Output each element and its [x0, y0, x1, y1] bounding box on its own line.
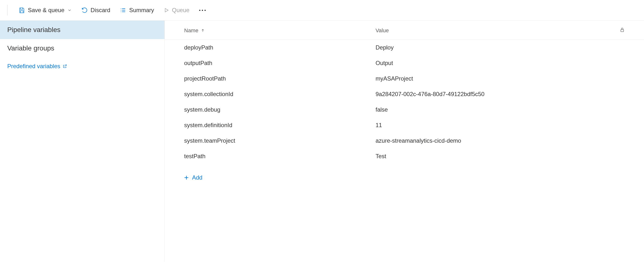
- variable-value: 9a284207-002c-476a-80d7-49122bdf5c50: [376, 91, 624, 98]
- chevron-down-icon: [67, 8, 72, 12]
- table-header: Name Value: [165, 21, 644, 40]
- summary-button[interactable]: Summary: [120, 7, 154, 14]
- variable-value: 11: [376, 122, 624, 129]
- save-queue-button[interactable]: Save & queue: [19, 7, 72, 14]
- external-link-icon: [63, 64, 67, 68]
- column-name-label: Name: [184, 28, 198, 34]
- play-icon: [164, 8, 169, 13]
- variable-name: system.teamProject: [184, 137, 376, 144]
- variable-name: system.debug: [184, 106, 376, 113]
- predefined-variables-link[interactable]: Predefined variables: [0, 58, 164, 75]
- table-row[interactable]: system.collectionId9a284207-002c-476a-80…: [165, 86, 644, 102]
- variable-value: azure-streamanalytics-cicd-demo: [376, 137, 624, 144]
- variable-value: Deploy: [376, 44, 624, 51]
- variable-name: system.definitionId: [184, 122, 376, 129]
- variable-name: outputPath: [184, 60, 376, 67]
- toolbar-divider: [7, 5, 8, 16]
- queue-label: Queue: [172, 7, 190, 14]
- variable-name: testPath: [184, 153, 376, 160]
- sidebar: Pipeline variables Variable groups Prede…: [0, 21, 165, 262]
- variable-name: projectRootPath: [184, 75, 376, 82]
- sidebar-item-pipeline-variables[interactable]: Pipeline variables: [0, 21, 164, 39]
- variable-value: myASAProject: [376, 75, 624, 82]
- sidebar-item-variable-groups[interactable]: Variable groups: [0, 39, 164, 58]
- table-row[interactable]: system.debugfalse: [165, 102, 644, 117]
- column-value-label: Value: [376, 28, 389, 34]
- table-row[interactable]: outputPathOutput: [165, 55, 644, 71]
- lock-icon: [620, 28, 624, 34]
- discard-label: Discard: [90, 7, 110, 14]
- add-label: Add: [192, 174, 202, 181]
- list-icon: [120, 7, 126, 13]
- add-variable-button[interactable]: + Add: [165, 164, 644, 186]
- svg-marker-6: [165, 9, 168, 12]
- table-row[interactable]: deployPathDeploy: [165, 40, 644, 55]
- discard-button[interactable]: Discard: [82, 7, 110, 14]
- queue-button: Queue: [164, 7, 190, 14]
- column-header-name[interactable]: Name: [184, 28, 376, 34]
- table-row[interactable]: system.teamProjectazure-streamanalytics-…: [165, 133, 644, 148]
- undo-icon: [82, 7, 88, 13]
- variable-value: Test: [376, 153, 624, 160]
- column-header-lock: [615, 28, 624, 34]
- variable-name: system.collectionId: [184, 91, 376, 98]
- table-body: deployPathDeployoutputPathOutputprojectR…: [165, 40, 644, 164]
- plus-icon: +: [184, 174, 189, 181]
- variable-name: deployPath: [184, 44, 376, 51]
- save-queue-label: Save & queue: [28, 7, 64, 14]
- table-row[interactable]: testPathTest: [165, 148, 644, 164]
- table-row[interactable]: projectRootPathmyASAProject: [165, 71, 644, 86]
- variable-value: Output: [376, 60, 624, 67]
- predefined-variables-label: Predefined variables: [7, 63, 60, 70]
- save-icon: [19, 7, 25, 13]
- svg-rect-8: [621, 30, 624, 32]
- sidebar-item-label: Variable groups: [7, 44, 54, 52]
- content-area: Pipeline variables Variable groups Prede…: [0, 21, 644, 262]
- table-row[interactable]: system.definitionId11: [165, 117, 644, 133]
- summary-label: Summary: [129, 7, 154, 14]
- toolbar: Save & queue Discard Summ: [0, 0, 644, 21]
- column-header-value[interactable]: Value: [376, 28, 615, 34]
- more-options-button[interactable]: [199, 10, 206, 11]
- variables-panel: Name Value depl: [165, 21, 644, 262]
- sort-asc-icon: [201, 29, 205, 33]
- variable-value: false: [376, 106, 624, 113]
- sidebar-item-label: Pipeline variables: [7, 26, 60, 34]
